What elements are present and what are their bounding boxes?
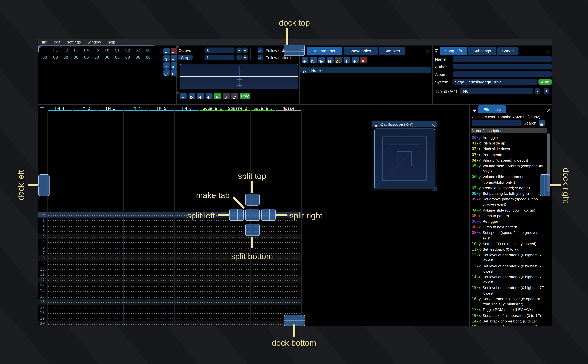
follow-orders-checkbox[interactable] bbox=[258, 47, 263, 53]
oscilloscope-xy-window[interactable]: Oscilloscope (X-Y) bbox=[372, 121, 437, 191]
effect-table-header[interactable]: Name Description bbox=[470, 128, 547, 133]
open-instrument-button[interactable] bbox=[318, 57, 325, 64]
channel-header-fm-3[interactable]: FM 3 bbox=[98, 106, 123, 110]
instrument-folder-view-button[interactable] bbox=[335, 57, 342, 64]
effect-row[interactable]: 0FxxSet speed (speed 2 if no grooves exi… bbox=[472, 230, 548, 240]
play-button[interactable] bbox=[180, 93, 186, 99]
effect-row[interactable]: 19xxSet attack of all operators (0 to 1F… bbox=[472, 313, 548, 318]
record-button[interactable] bbox=[214, 93, 221, 99]
remove-order-button[interactable] bbox=[171, 48, 177, 54]
order-cell[interactable]: 00 bbox=[50, 55, 61, 59]
make-tab-handle[interactable] bbox=[245, 209, 260, 221]
order-cell[interactable]: 00 bbox=[61, 55, 71, 59]
pattern-row[interactable]: 9 bbox=[38, 261, 301, 266]
follow-pattern-checkbox[interactable] bbox=[258, 55, 263, 60]
pattern-row[interactable]: 18 bbox=[38, 310, 301, 316]
effect-row[interactable]: 00xyArpeggio bbox=[472, 135, 548, 140]
tab-song-info[interactable]: Song Info bbox=[440, 47, 467, 55]
split-bottom-handle[interactable] bbox=[245, 224, 260, 236]
metronome-button[interactable] bbox=[223, 93, 230, 99]
pattern-row[interactable]: 13 bbox=[38, 283, 301, 288]
close-icon[interactable] bbox=[426, 48, 430, 52]
pattern-row[interactable]: 3 bbox=[38, 228, 301, 234]
effect-row[interactable]: 01xxPitch slide up bbox=[472, 141, 548, 146]
poly-button[interactable]: Poly bbox=[240, 93, 250, 99]
menu-window[interactable]: window bbox=[88, 40, 101, 44]
pattern-row[interactable]: 17 bbox=[38, 305, 301, 310]
pattern-row[interactable]: 12 bbox=[38, 277, 301, 283]
effect-row[interactable]: 12xxSet level of operator 1 (0 highest, … bbox=[472, 252, 548, 263]
author-input[interactable] bbox=[453, 64, 552, 69]
tuning-minus-button[interactable]: - bbox=[535, 88, 540, 94]
order-cell[interactable]: 00 bbox=[112, 55, 122, 59]
effect-row[interactable]: 1BxxSet attack of operator 2 (0 to 1F) bbox=[472, 324, 548, 326]
step-plus-button[interactable]: + bbox=[243, 55, 248, 60]
pattern-row[interactable]: 6 bbox=[38, 245, 301, 250]
effect-row[interactable]: 14xxSet level of operator 3 (0 highest, … bbox=[472, 274, 548, 285]
tab-samples[interactable]: Samples bbox=[379, 47, 405, 55]
step-row-button[interactable] bbox=[205, 93, 212, 99]
effect-row[interactable]: 03xxPortamento bbox=[472, 152, 548, 157]
octave-input[interactable]: 3 bbox=[205, 47, 234, 53]
effect-row[interactable]: 16xySet operator multiplier (x: operator… bbox=[472, 296, 548, 307]
order-cell[interactable]: 00 bbox=[81, 55, 92, 59]
channel-header-fm-6[interactable]: FM 6 bbox=[174, 106, 200, 110]
effect-list-menu-button[interactable] bbox=[539, 120, 545, 126]
tab-wavetables[interactable]: Wavetables bbox=[344, 47, 378, 55]
order-edit-mode-button[interactable] bbox=[171, 69, 177, 76]
pattern-row[interactable]: 14 bbox=[38, 288, 301, 294]
close-icon[interactable] bbox=[547, 48, 551, 52]
move-instrument-up-button[interactable] bbox=[344, 57, 350, 64]
menu-file[interactable]: file bbox=[42, 40, 47, 44]
effect-row[interactable]: 02xxPitch slide down bbox=[472, 146, 548, 151]
instrument-list-item[interactable]: - None - bbox=[300, 67, 431, 73]
order-cell[interactable]: 00 bbox=[71, 55, 81, 59]
tuning-input[interactable]: 440 bbox=[460, 88, 533, 94]
channel-header-noise[interactable]: Noise bbox=[276, 106, 301, 110]
resize-grip[interactable] bbox=[431, 185, 437, 191]
step-minus-button[interactable]: - bbox=[237, 55, 242, 60]
effect-row[interactable]: 09xxSet groove pattern (speed 1 if no gr… bbox=[472, 196, 548, 207]
effect-row[interactable]: 06xyVolume slide + portamento (compatibi… bbox=[472, 174, 548, 185]
pattern-row[interactable]: 4 bbox=[38, 234, 301, 239]
tab-list-caret-icon[interactable] bbox=[434, 47, 439, 52]
effect-row[interactable]: 15xxSet level of operator 4 (0 highest, … bbox=[472, 285, 548, 296]
split-left-handle[interactable] bbox=[229, 209, 244, 221]
tab-list-caret-icon[interactable] bbox=[472, 107, 476, 111]
menu-help[interactable]: help bbox=[108, 40, 115, 44]
name-input[interactable] bbox=[453, 56, 552, 62]
effect-row[interactable]: 0DxxJump to next pattern bbox=[472, 224, 548, 230]
pattern-corner-button[interactable]: ++ bbox=[40, 105, 44, 109]
effect-search-input[interactable] bbox=[472, 120, 522, 126]
pattern-row[interactable]: 2 bbox=[38, 223, 301, 228]
dock-right-handle[interactable] bbox=[540, 175, 550, 196]
pattern-row[interactable]: 5 bbox=[38, 239, 301, 245]
channel-header-fm-4[interactable]: FM 4 bbox=[123, 106, 149, 110]
octave-plus-button[interactable]: + bbox=[243, 47, 248, 53]
split-top-handle[interactable] bbox=[245, 194, 260, 206]
octave-minus-button[interactable]: - bbox=[237, 47, 242, 53]
order-cell[interactable]: 00 bbox=[102, 55, 112, 59]
effect-row[interactable]: 17xxToggle PCM mode (LEGACY) bbox=[472, 307, 548, 312]
pattern-row[interactable]: 15 bbox=[38, 294, 301, 299]
channel-header-square-1[interactable]: Square 1 bbox=[200, 106, 225, 110]
dock-top-handle[interactable] bbox=[284, 45, 305, 56]
move-order-down-button[interactable] bbox=[163, 62, 170, 69]
repeat-pattern-button[interactable] bbox=[231, 93, 238, 99]
channel-header-fm-2[interactable]: FM 2 bbox=[73, 106, 98, 110]
order-cell[interactable]: 00 bbox=[133, 55, 143, 59]
step-input[interactable]: 1 bbox=[205, 55, 234, 60]
play-from-beginning-button[interactable] bbox=[188, 93, 195, 99]
effect-row[interactable]: 0BxxJump to pattern bbox=[472, 213, 548, 218]
tab-speed[interactable]: Speed bbox=[497, 47, 518, 55]
menu-settings[interactable]: settings bbox=[67, 40, 81, 44]
effect-row[interactable]: 08xySet panning (x: left; y: right) bbox=[472, 191, 548, 196]
channel-header-square-2[interactable]: Square 2 bbox=[225, 106, 251, 110]
auto-system-button[interactable]: Auto bbox=[538, 79, 552, 84]
duplicate-order-button[interactable] bbox=[163, 55, 170, 61]
tuning-plus-button[interactable]: + bbox=[544, 88, 549, 94]
dock-left-handle[interactable] bbox=[38, 175, 50, 196]
move-order-up-button[interactable] bbox=[171, 55, 177, 61]
move-instrument-down-button[interactable] bbox=[352, 57, 359, 64]
effect-row[interactable]: 0CxxRetrigger bbox=[472, 219, 548, 224]
